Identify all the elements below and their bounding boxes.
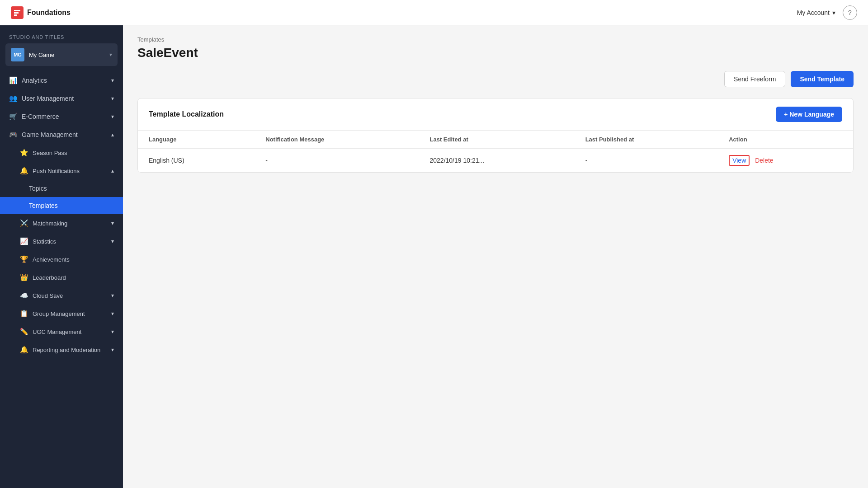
sidebar-item-push-notifications[interactable]: 🔔 Push Notifications ▴ bbox=[0, 162, 123, 180]
col-notification-message: Notification Message bbox=[255, 131, 419, 149]
table-row: English (US) - 2022/10/19 10:21... - Vie… bbox=[138, 149, 853, 173]
chevron-down-icon: ▾ bbox=[111, 220, 114, 226]
card-header: Template Localization + New Language bbox=[138, 99, 853, 131]
sidebar-item-ecommerce[interactable]: 🛒 E-Commerce ▾ bbox=[0, 108, 123, 126]
card-title: Template Localization bbox=[149, 110, 224, 118]
col-last-published: Last Published at bbox=[575, 131, 718, 149]
chevron-down-icon: ▾ bbox=[111, 95, 114, 102]
ecommerce-icon: 🛒 bbox=[9, 113, 17, 121]
studio-selector[interactable]: MG My Game ▾ bbox=[5, 43, 118, 66]
chevron-down-icon: ▾ bbox=[111, 328, 114, 335]
studio-name: My Game bbox=[29, 52, 105, 58]
sidebar-item-achievements[interactable]: 🏆 Achievements bbox=[0, 250, 123, 268]
logo: Foundations bbox=[11, 6, 71, 19]
sidebar-item-group-management[interactable]: 📋 Group Management ▾ bbox=[0, 305, 123, 323]
statistics-icon: 📈 bbox=[20, 237, 28, 245]
chevron-down-icon: ▾ bbox=[111, 347, 114, 353]
cell-notification-message: - bbox=[255, 149, 419, 173]
send-freeform-button[interactable]: Send Freeform bbox=[724, 71, 785, 87]
col-language: Language bbox=[138, 131, 255, 149]
sidebar-item-topics[interactable]: Topics bbox=[0, 180, 123, 197]
chevron-down-icon: ▾ bbox=[832, 9, 835, 16]
chevron-down-icon: ▾ bbox=[111, 310, 114, 317]
delete-link[interactable]: Delete bbox=[755, 157, 773, 164]
game-management-icon: 🎮 bbox=[9, 131, 17, 139]
sidebar: STUDIO AND TITLES MG My Game ▾ 📊 Analyti… bbox=[0, 0, 123, 488]
cell-action: View Delete bbox=[718, 149, 853, 173]
sidebar-item-cloud-save[interactable]: ☁️ Cloud Save ▾ bbox=[0, 286, 123, 305]
chevron-up-icon: ▴ bbox=[111, 168, 114, 174]
cell-language: English (US) bbox=[138, 149, 255, 173]
col-last-edited: Last Edited at bbox=[419, 131, 575, 149]
sidebar-item-matchmaking[interactable]: ⚔️ Matchmaking ▾ bbox=[0, 214, 123, 232]
studio-avatar: MG bbox=[11, 48, 24, 61]
sidebar-item-user-management[interactable]: 👥 User Management ▾ bbox=[0, 89, 123, 108]
achievements-icon: 🏆 bbox=[20, 255, 28, 263]
cloud-save-icon: ☁️ bbox=[20, 291, 28, 300]
season-pass-icon: ⭐ bbox=[20, 149, 28, 157]
sidebar-item-ugc-management[interactable]: ✏️ UGC Management ▾ bbox=[0, 323, 123, 341]
help-button[interactable]: ? bbox=[843, 5, 857, 20]
logo-text: Foundations bbox=[27, 9, 71, 17]
reporting-icon: 🔔 bbox=[20, 346, 28, 354]
new-language-button[interactable]: + New Language bbox=[776, 107, 842, 122]
chevron-down-icon: ▾ bbox=[111, 113, 114, 120]
analytics-icon: 📊 bbox=[9, 76, 17, 84]
chevron-up-icon: ▴ bbox=[111, 131, 114, 138]
bell-icon: 🔔 bbox=[20, 167, 28, 175]
send-template-button[interactable]: Send Template bbox=[791, 71, 854, 87]
template-localization-card: Template Localization + New Language Lan… bbox=[137, 98, 854, 173]
leaderboard-icon: 👑 bbox=[20, 273, 28, 282]
cell-last-published-at: - bbox=[575, 149, 718, 173]
sidebar-item-reporting-moderation[interactable]: 🔔 Reporting and Moderation ▾ bbox=[0, 341, 123, 359]
localization-table: Language Notification Message Last Edite… bbox=[138, 131, 853, 172]
cell-last-edited-at: 2022/10/19 10:21... bbox=[419, 149, 575, 173]
chevron-down-icon: ▾ bbox=[111, 292, 114, 299]
account-button[interactable]: My Account ▾ bbox=[797, 9, 835, 16]
sidebar-item-statistics[interactable]: 📈 Statistics ▾ bbox=[0, 232, 123, 250]
chevron-down-icon: ▾ bbox=[111, 238, 114, 244]
ugc-management-icon: ✏️ bbox=[20, 328, 28, 336]
view-link[interactable]: View bbox=[729, 155, 750, 166]
studio-chevron-icon: ▾ bbox=[109, 52, 112, 58]
studio-section-label: STUDIO AND TITLES bbox=[0, 25, 123, 43]
matchmaking-icon: ⚔️ bbox=[20, 219, 28, 227]
page-title: SaleEvent bbox=[137, 46, 854, 60]
sidebar-item-analytics[interactable]: 📊 Analytics ▾ bbox=[0, 71, 123, 89]
main-content: Templates SaleEvent Send Freeform Send T… bbox=[123, 0, 868, 488]
toolbar: Send Freeform Send Template bbox=[137, 71, 854, 87]
col-action: Action bbox=[718, 131, 853, 149]
logo-icon bbox=[11, 6, 24, 19]
chevron-down-icon: ▾ bbox=[111, 77, 114, 84]
sidebar-item-game-management[interactable]: 🎮 Game Management ▴ bbox=[0, 126, 123, 144]
breadcrumb: Templates bbox=[137, 36, 854, 43]
sidebar-item-season-pass[interactable]: ⭐ Season Pass bbox=[0, 144, 123, 162]
group-management-icon: 📋 bbox=[20, 310, 28, 318]
sidebar-item-templates[interactable]: Templates bbox=[0, 197, 123, 214]
top-nav: Foundations My Account ▾ ? bbox=[0, 0, 868, 25]
users-icon: 👥 bbox=[9, 94, 17, 103]
sidebar-item-leaderboard[interactable]: 👑 Leaderboard bbox=[0, 268, 123, 286]
top-nav-right: My Account ▾ ? bbox=[797, 5, 857, 20]
